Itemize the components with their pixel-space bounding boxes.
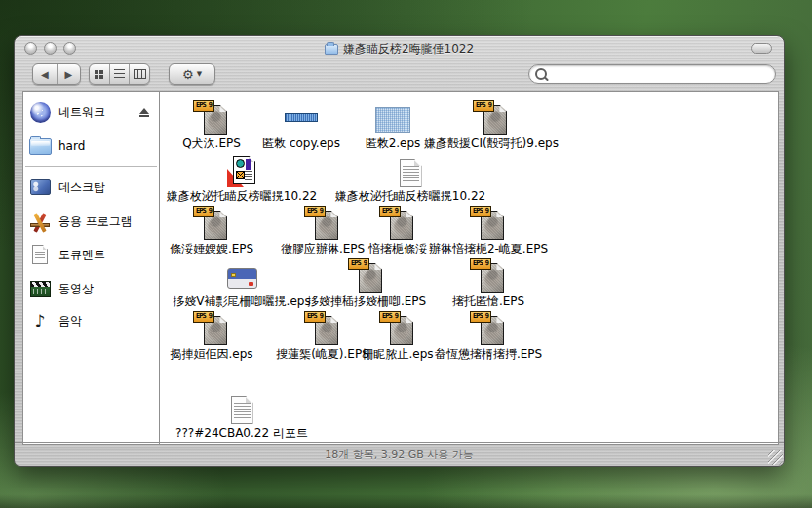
eps9-badge: EPS 9 [348, 258, 369, 270]
toolbar: ◀ ▶ ⚙ ▼ [15, 61, 784, 91]
file-item[interactable]: EPS 9 撦托匿愴.EPS [391, 257, 586, 308]
sidebar-item-label: 응용 프로그램 [58, 214, 133, 230]
minimize-button[interactable] [44, 42, 57, 55]
sidebar-item-network[interactable]: 네트워크 [27, 98, 157, 127]
file-item[interactable]: EPS 9 嫌彥毄援CI(毄彁托)9.eps [394, 99, 589, 150]
search-field[interactable] [528, 64, 776, 84]
window-body: 네트워크 hard 데스크탑 응용 프로그램 도큐멘트 동 [15, 91, 784, 445]
eps9-badge: EPS 9 [470, 311, 491, 323]
file-name: 嫌彥枚泌托瞄反榜曬㨪10.22 [167, 190, 317, 203]
eps-preview-icon: EPS 9 [473, 100, 510, 135]
file-name: 辦㣩愔撦梔2-峗夏.EPS [429, 243, 548, 255]
icon-view-button[interactable] [90, 64, 109, 84]
eps-preview-icon: EPS 9 [470, 311, 507, 345]
file-name: 嫌彥枚泌托瞄反榜曬㨪10.22 [335, 190, 485, 203]
eps9-badge: EPS 9 [193, 206, 214, 217]
eps-preview-icon: EPS 9 [470, 206, 507, 240]
forward-button[interactable]: ▶ [58, 64, 81, 84]
sidebar-item-label: 네트워크 [58, 104, 105, 121]
title-bar[interactable]: 嫌彥瞄反榜2晦朧倕1022 [15, 36, 784, 61]
file-name: 撦托匿愴.EPS [452, 295, 524, 308]
back-button[interactable]: ◀ [33, 64, 58, 84]
applications-icon [29, 213, 51, 231]
file-item[interactable]: EPS 9 辦㣩愔撦梔2-峗夏.EPS [391, 205, 586, 255]
toolbar-toggle-button[interactable] [751, 43, 772, 54]
status-text: 18개 항목, 3.92 GB 사용 가능 [325, 448, 474, 462]
file-item[interactable]: 嫌彥枚泌托瞄反榜曬㨪10.22 [313, 152, 508, 203]
eps9-badge: EPS 9 [470, 206, 491, 217]
sidebar-item-label: 동영상 [58, 281, 94, 297]
card-icon [227, 268, 257, 289]
back-arrow-icon: ◀ [41, 69, 49, 80]
app-document-icon [227, 156, 256, 187]
eps-preview-icon: EPS 9 [348, 258, 385, 293]
view-mode-segmented-control [89, 63, 150, 85]
list-view-button[interactable] [109, 64, 130, 84]
text-document-icon [400, 159, 422, 187]
column-view-icon [134, 69, 146, 79]
eject-icon [139, 108, 149, 114]
search-input[interactable] [551, 65, 769, 83]
text-document-icon [231, 396, 253, 424]
sidebar-item-desktop[interactable]: 데스크탑 [27, 173, 157, 202]
file-name: ???#24CBA0.22 리포트 [175, 427, 308, 440]
sidebar-divider [25, 166, 157, 167]
network-globe-icon [30, 102, 51, 123]
sidebar-item-documents[interactable]: 도큐멘트 [27, 240, 157, 269]
chevron-down-icon: ▼ [197, 70, 202, 78]
action-menu-button[interactable]: ⚙ ▼ [169, 63, 215, 85]
sidebar-item-label: 음악 [58, 313, 82, 330]
movies-icon [30, 281, 51, 297]
sidebar: 네트워크 hard 데스크탑 응용 프로그램 도큐멘트 동 [22, 91, 159, 445]
file-browser-content: EPS 9 Q犬㳄.EPS 匿敇 copy.eps 匿敇2.eps EPS 9 … [159, 91, 779, 445]
sidebar-item-hard[interactable]: hard [27, 132, 157, 161]
status-bar: 18개 항목, 3.92 GB 사용 가능 [15, 442, 784, 466]
search-icon [535, 68, 547, 80]
file-item[interactable]: ???#24CBA0.22 리포트 [159, 389, 339, 440]
folder-icon [29, 138, 52, 155]
eps-preview-icon: EPS 9 [470, 258, 507, 293]
zoom-button[interactable] [63, 42, 76, 55]
column-view-button[interactable] [129, 64, 149, 84]
nav-buttons: ◀ ▶ [32, 63, 81, 85]
file-name: 畚恆憊撦楈撦㩊.EPS [435, 348, 542, 361]
finder-window: 嫌彥瞄反榜2晦朧倕1022 ◀ ▶ ⚙ ▼ 네트워크 [14, 35, 785, 467]
folder-icon [325, 44, 338, 55]
gear-icon: ⚙ [182, 67, 194, 82]
window-title: 嫌彥瞄反榜2晦朧倕1022 [343, 41, 474, 58]
file-name: 嫌彥毄援CI(毄彁托)9.eps [424, 137, 559, 150]
music-icon: ♪ [35, 313, 46, 330]
sidebar-item-music[interactable]: ♪ 음악 [27, 306, 157, 335]
sidebar-item-label: 도큐멘트 [58, 247, 105, 263]
list-view-icon [114, 69, 125, 79]
sidebar-item-movies[interactable]: 동영상 [27, 274, 157, 303]
eps9-badge: EPS 9 [470, 258, 491, 270]
documents-icon [32, 245, 48, 264]
resize-grip[interactable] [768, 450, 783, 465]
eps9-badge: EPS 9 [473, 100, 494, 112]
icon-view-icon [95, 70, 103, 79]
desktop-icon [30, 179, 51, 195]
eps9-badge: EPS 9 [193, 311, 214, 323]
forward-arrow-icon: ▶ [64, 69, 72, 80]
close-button[interactable] [24, 42, 37, 55]
sidebar-item-applications[interactable]: 응용 프로그램 [27, 207, 157, 236]
sidebar-item-label: hard [58, 139, 85, 153]
file-item[interactable]: EPS 9 畚恆憊撦楈撦㩊.EPS [391, 310, 586, 361]
sidebar-item-label: 데스크탑 [58, 179, 105, 196]
eject-button[interactable] [139, 108, 149, 117]
